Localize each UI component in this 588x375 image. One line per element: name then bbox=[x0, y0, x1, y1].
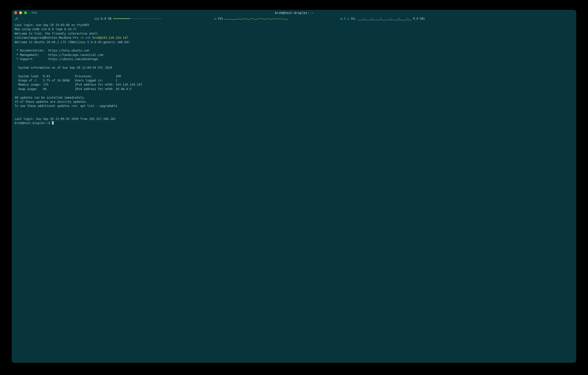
network-download: 3.1 kB↓ bbox=[344, 17, 356, 20]
term-line: Usage of /: 5.7% of 24.06GB Users logged… bbox=[15, 79, 117, 82]
term-line: To see these additional updates run: apt… bbox=[15, 104, 117, 108]
term-line: 40 updates can be installed immediately. bbox=[15, 96, 86, 99]
traffic-lights bbox=[14, 11, 27, 14]
terminal-output[interactable]: Last login: Sun Sep 20 15:03:40 on ttys0… bbox=[12, 22, 576, 363]
term-line: Swap usage: 0% IPv4 address for eth0: 10… bbox=[15, 87, 132, 91]
term-line: 15 of these updates are security updates… bbox=[15, 100, 87, 103]
cpu-icon: ◻ bbox=[214, 17, 216, 20]
memory-widget: ▯▯▯ 8.0 GB bbox=[94, 17, 162, 20]
tab-shortcut-label: ⌥⌘1 bbox=[31, 11, 37, 14]
term-line: System information as of Sun Sep 20 22:0… bbox=[15, 66, 112, 69]
cursor-block-icon[interactable] bbox=[52, 121, 54, 125]
term-line: Now using node v14.8.0 (npm 6.14.7) bbox=[15, 27, 77, 31]
statusbar: ⎇ ▯▯▯ 8.0 GB ◻ 15% ⇅ 3.1 kB↓ bbox=[12, 16, 576, 22]
term-line: * Support: https://ubuntu.com/advantage bbox=[15, 57, 98, 61]
git-branch-icon: ⎇ bbox=[14, 17, 18, 21]
window-title: bruh@test-droplet: ~ bbox=[12, 11, 576, 15]
term-line: Last login: Sun Sep 20 22:09:35 2020 fro… bbox=[15, 117, 116, 121]
close-icon[interactable] bbox=[14, 11, 17, 14]
local-prompt-sep: ~> bbox=[78, 36, 86, 39]
network-icon: ⇅ bbox=[341, 17, 342, 20]
term-line: * Documentation: https://help.ubuntu.com bbox=[15, 49, 89, 52]
term-line: Welcome to fish, the friendly interactiv… bbox=[15, 32, 98, 35]
memory-bar bbox=[113, 18, 162, 19]
cpu-sparkline bbox=[224, 16, 288, 21]
term-line: * Management: https://landscape.canonica… bbox=[15, 53, 103, 57]
remote-prompt: bruh@test-droplet:~$ bbox=[15, 121, 52, 125]
network-widget: ⇅ 3.1 kB↓ 0.0 kB↑ bbox=[341, 16, 425, 21]
minimize-icon[interactable] bbox=[19, 11, 22, 14]
local-prompt-user: nikitakolmogorov@Nikitas-MacBook-Pro bbox=[15, 36, 78, 39]
network-upload: 0.0 kB↑ bbox=[413, 17, 426, 20]
memory-icon: ▯▯▯ bbox=[94, 17, 99, 20]
term-line: Memory usage: 17% IPv4 address for eth0:… bbox=[15, 83, 142, 86]
terminal-window: ⌥⌘1 bruh@test-droplet: ~ ⎇ ▯▯▯ 8.0 GB ◻ … bbox=[12, 10, 576, 363]
titlebar: ⌥⌘1 bruh@test-droplet: ~ bbox=[12, 10, 576, 16]
term-line: Welcome to Ubuntu 20.04.1 LTS (GNU/Linux… bbox=[15, 40, 130, 44]
cpu-widget: ◻ 15% bbox=[214, 16, 288, 21]
zoom-icon[interactable] bbox=[24, 11, 27, 14]
term-line: System load: 0.63 Processes: 109 bbox=[15, 75, 121, 78]
ssh-argument: bruh@143.110.154.147 bbox=[93, 36, 128, 39]
term-line: Last login: Sun Sep 20 15:03:40 on ttys0… bbox=[15, 23, 89, 27]
network-sparkline bbox=[358, 16, 412, 21]
ssh-command: ssh bbox=[86, 36, 91, 39]
memory-label: 8.0 GB bbox=[101, 17, 111, 20]
cpu-label: 15% bbox=[218, 17, 223, 20]
